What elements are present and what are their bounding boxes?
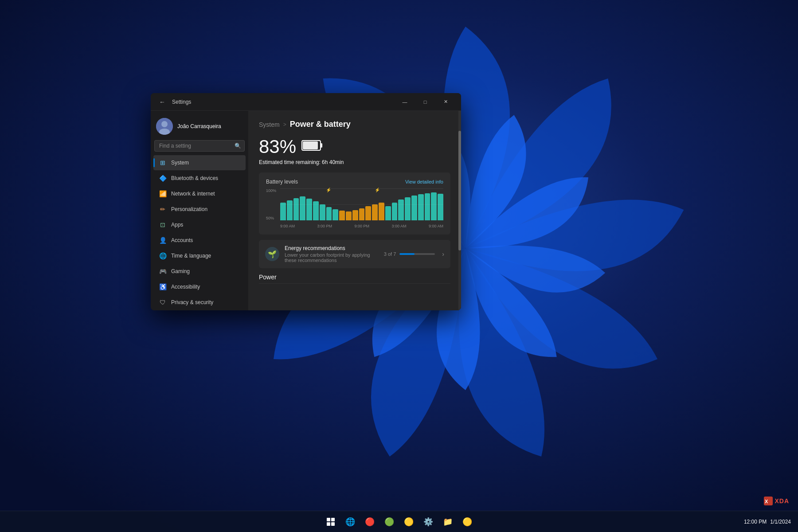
navigation: ⊞ System 🔷 Bluetooth & devices 📶 Network… [151,155,248,310]
accessibility-icon: ♿ [159,283,167,291]
energy-icon: 🌱 [265,247,279,261]
energy-subtitle: Lower your carbon footprint by applying … [285,252,379,263]
sidebar-label-personalization: Personalization [171,206,207,212]
privacy-icon: 🛡 [159,298,167,306]
bar-0 [280,203,286,220]
bar-8 [332,209,338,220]
maximize-button[interactable]: □ [415,95,435,109]
bar-chart [280,188,443,220]
sidebar-item-bluetooth[interactable]: 🔷 Bluetooth & devices [153,171,246,186]
scrollbar-track[interactable] [458,111,461,310]
taskbar-time: 12:00 PM [744,519,767,525]
sidebar-item-personalization[interactable]: ✏ Personalization [153,202,246,217]
energy-count: 3 of 7 [384,251,396,257]
sidebar-item-time[interactable]: 🌐 Time & language [153,248,246,263]
bar-13 [365,206,371,220]
sidebar-label-bluetooth: Bluetooth & devices [171,175,218,181]
progress-fill [399,253,415,255]
taskbar-browser[interactable]: 🔴 [361,513,379,531]
svg-rect-6 [303,141,318,149]
svg-rect-5 [321,143,322,148]
breadcrumb-current: Power & battery [290,120,351,129]
sidebar-label-privacy: Privacy & security [171,299,213,305]
chart-area: 100% 50% ⚡ ⚡ [266,188,443,228]
sidebar-item-gaming[interactable]: 🎮 Gaming [153,264,246,279]
chart-x-labels: 9:00 AM 3:00 PM 9:00 PM 3:00 AM 9:00 AM [280,224,443,228]
taskbar-files[interactable]: 📁 [439,513,457,531]
svg-rect-9 [327,522,330,526]
title-bar: ← Settings — □ ✕ [151,93,461,111]
start-button[interactable] [322,513,340,531]
window-title: Settings [172,99,395,105]
sidebar-item-accessibility[interactable]: ♿ Accessibility [153,279,246,294]
energy-progress: 3 of 7 [384,251,435,257]
user-profile[interactable]: João Carrasqueira [151,114,248,140]
sidebar-item-apps[interactable]: ⊡ Apps [153,217,246,232]
sidebar-label-apps: Apps [171,222,183,228]
avatar [156,118,173,135]
sidebar-label-system: System [171,160,189,166]
bar-16 [385,206,391,220]
scrollbar-thumb[interactable] [458,131,461,250]
svg-point-2 [161,121,168,127]
bar-21 [418,194,424,220]
bar-14 [372,204,378,220]
personalization-icon: ✏ [159,205,167,213]
taskbar-app2[interactable]: 🟡 [400,513,418,531]
bar-11 [352,210,358,220]
breadcrumb: System > Power & battery [259,120,450,129]
svg-text:X: X [765,499,768,504]
taskbar-settings[interactable]: ⚙️ [419,513,437,531]
taskbar: 🌐 🔴 🟢 🟡 ⚙️ 📁 🟡 12:00 PM 1/1/2024 [0,511,798,532]
bar-1 [287,200,293,220]
sidebar: João Carrasqueira 🔍 ⊞ System 🔷 Bluetooth… [151,111,248,310]
bar-23 [431,192,437,220]
taskbar-search[interactable]: 🌐 [341,513,359,531]
battery-icon [301,139,323,155]
breadcrumb-parent[interactable]: System [259,121,280,128]
svg-rect-8 [331,518,335,521]
accounts-icon: 👤 [159,236,167,244]
user-name: João Carrasqueira [177,123,221,129]
taskbar-right: 12:00 PM 1/1/2024 [744,519,791,525]
sidebar-item-privacy[interactable]: 🛡 Privacy & security [153,295,246,310]
sidebar-label-network: Network & internet [171,191,215,197]
sidebar-label-accessibility: Accessibility [171,284,200,290]
chart-header: Battery levels View detailed info [266,179,443,185]
sidebar-item-accounts[interactable]: 👤 Accounts [153,233,246,248]
chart-title: Battery levels [266,179,298,185]
battery-header: 83% [259,136,450,157]
sidebar-label-gaming: Gaming [171,268,190,274]
taskbar-date: 1/1/2024 [770,519,791,525]
close-button[interactable]: ✕ [435,95,456,109]
progress-bar [399,253,435,255]
bar-17 [392,203,398,220]
view-detailed-link[interactable]: View detailed info [405,179,443,184]
back-button[interactable]: ← [156,96,168,108]
battery-chart-section: Battery levels View detailed info 100% 5… [259,172,450,235]
sidebar-item-system[interactable]: ⊞ System [153,155,246,170]
energy-recommendations[interactable]: 🌱 Energy recommendations Lower your carb… [259,240,450,268]
bar-15 [379,203,384,220]
bluetooth-icon: 🔷 [159,174,167,182]
taskbar-app1[interactable]: 🟢 [380,513,398,531]
minimize-button[interactable]: — [395,95,415,109]
search-box: 🔍 [154,140,245,152]
svg-rect-10 [331,522,335,526]
battery-time: Estimated time remaining: 6h 40min [259,159,450,165]
bar-3 [300,196,305,220]
battery-percentage: 83% [259,136,296,157]
bar-2 [293,198,299,220]
search-input[interactable] [154,140,245,152]
sidebar-item-network[interactable]: 📶 Network & internet [153,186,246,201]
bar-7 [326,207,332,220]
gaming-icon: 🎮 [159,267,167,275]
energy-text: Energy recommendations Lower your carbon… [285,245,379,263]
chevron-right-icon: › [442,250,444,258]
bar-5 [313,201,319,220]
sidebar-label-time: Time & language [171,253,211,259]
taskbar-app3[interactable]: 🟡 [458,513,476,531]
breadcrumb-separator: > [283,121,286,128]
bar-6 [320,204,325,220]
network-icon: 📶 [159,190,167,198]
